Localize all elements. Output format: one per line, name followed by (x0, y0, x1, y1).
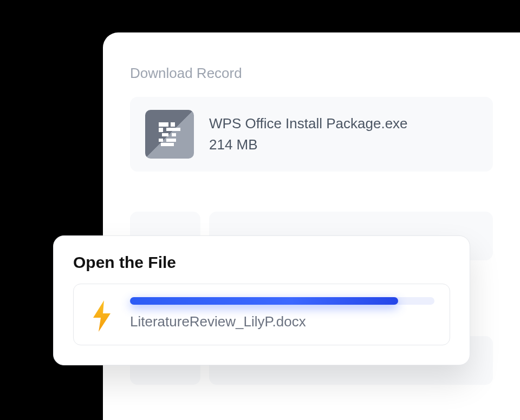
opening-filename: LiteratureReview_LilyP.docx (130, 313, 434, 330)
progress-fill (130, 297, 398, 305)
panel-title: Download Record (130, 65, 493, 82)
open-file-title: Open the File (73, 253, 450, 272)
wps-app-icon (145, 110, 194, 159)
progress-bar (130, 297, 434, 305)
download-item[interactable]: WPS Office Install Package.exe 214 MB (130, 97, 493, 172)
file-progress-content: LiteratureReview_LilyP.docx (130, 297, 434, 330)
download-filesize: 214 MB (209, 136, 408, 153)
download-filename: WPS Office Install Package.exe (209, 115, 408, 132)
open-file-card: Open the File LiteratureReview_LilyP.doc… (53, 235, 470, 365)
file-open-box[interactable]: LiteratureReview_LilyP.docx (73, 284, 450, 345)
download-info: WPS Office Install Package.exe 214 MB (209, 115, 408, 153)
lightning-bolt-icon (89, 299, 115, 333)
